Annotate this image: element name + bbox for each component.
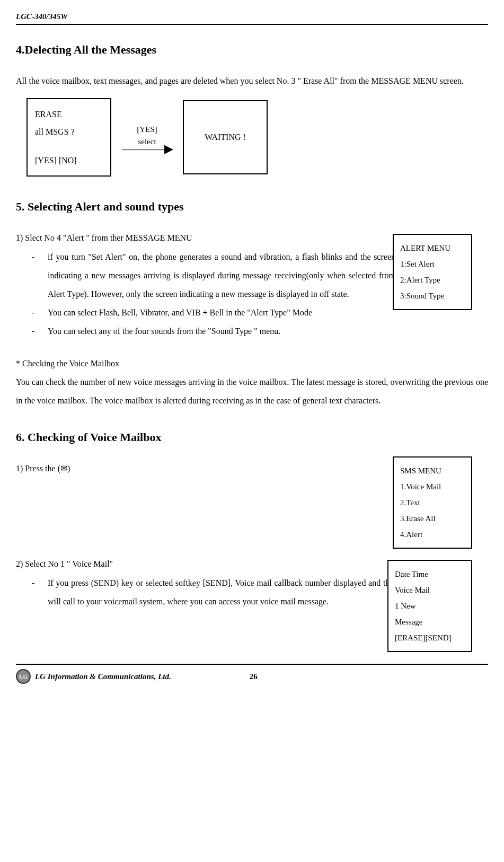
footer-company: LG Information & Communications, Ltd. [35,671,171,683]
vm-l5: [ERASE][SEND] [395,630,465,646]
alert-menu-l4: 3:Sound Type [400,288,465,304]
waiting-text: WAITING ! [205,128,246,146]
section4-title: 4.Delecting All the Messages [16,41,488,58]
sms-l5: 4.Alert [400,526,465,542]
checking-note-title: * Checking the Voice Mailbox [16,354,488,373]
alert-menu-l1: ALERT MENU [400,240,465,256]
page-number: 26 [250,671,258,683]
section5-item1: 1) Slect No 4 "Alert " from ther MESSAGE… [16,228,395,247]
sms-l2: 1.Voice Mail [400,479,465,495]
sms-l4: 3.Erase All [400,511,465,526]
vm-l1: Date Time [395,566,465,582]
vm-l3: 1 New [395,598,465,614]
lg-logo-icon: LG [16,669,31,684]
checking-note-body: You can check the number of new voice me… [16,373,488,410]
dash-icon: - [32,248,48,304]
arrow-group: [YES] select ————▶ [122,124,172,151]
dash-icon: - [32,303,48,322]
section5-bullet2: You can select Flash, Bell, Vibrator, an… [48,303,395,322]
erase-line3: [YES] [NO] [35,152,103,170]
alert-menu-box: ALERT MENU 1:Set Alert 2:Alert Type 3:So… [393,234,472,310]
section4-body: All the voice mailbox, text messages, an… [16,72,488,90]
section5-title: 5. Selecting Alert and sound types [16,198,488,215]
vm-l4: Message [395,614,465,630]
erase-confirm-box: ERASE all MSGS ? [YES] [NO] [26,98,111,177]
sms-l3: 2.Text [400,495,465,511]
dash-icon: - [32,574,48,611]
erase-line2: all MSGS ? [35,123,103,141]
section6-item2: 2) Select No 1 " Voice Mail" [16,555,395,573]
section6-title: 6. Checking of Voice Mailbox [16,428,488,446]
section5-bullet1: if you turn "Set Alert" on, the phone ge… [48,248,395,304]
section5-bullet3: You can select any of the four sounds fr… [48,322,395,340]
footer: LG LG Information & Communications, Ltd.… [16,664,488,684]
arrow-icon: ————▶ [122,147,172,151]
sms-menu-box: SMS MENU 1.Voice Mail 2.Text 3.Erase All… [393,456,472,549]
sms-l1: SMS MENU [400,463,465,479]
arrow-label-top: [YES] [137,124,157,136]
alert-menu-l3: 2:Alert Type [400,272,465,288]
section6-bullet1: If you press (SEND) key or selected soft… [48,574,395,611]
erase-diagram: ERASE all MSGS ? [YES] [NO] [YES] select… [26,98,488,177]
vm-l2: Voice Mail [395,582,465,598]
erase-line1: ERASE [35,105,103,124]
header-model: LGC-340/345W [16,11,488,25]
alert-menu-l2: 1:Set Alert [400,256,465,272]
voicemail-box: Date Time Voice Mail 1 New Message [ERAS… [387,560,472,652]
waiting-box: WAITING ! [183,100,268,174]
dash-icon: - [32,322,48,340]
